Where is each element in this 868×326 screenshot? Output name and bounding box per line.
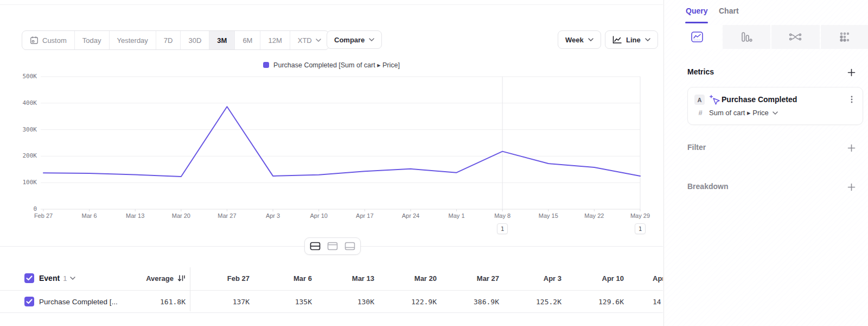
cell-value: 130K <box>312 291 374 312</box>
x-tick-label: Mar 20 <box>172 212 190 219</box>
chevron-down-icon <box>369 38 374 41</box>
range-label: 6M <box>242 36 252 45</box>
chart-type-button[interactable]: Line <box>605 30 658 49</box>
range-yesterday[interactable]: Yesterday <box>110 31 156 49</box>
cell-value: 129.6K <box>561 291 624 312</box>
retention-icon <box>839 31 851 43</box>
tab-chart[interactable]: Chart <box>719 7 739 15</box>
y-tick-label: 0 <box>0 205 37 213</box>
plus-icon <box>847 68 856 77</box>
plus-icon <box>847 183 856 191</box>
range-12m[interactable]: 12M <box>260 31 290 49</box>
x-tick-label: May 29 <box>630 212 650 219</box>
annotation-badge[interactable]: 1 <box>635 223 646 234</box>
range-3m[interactable]: 3M <box>209 31 235 49</box>
range-30d[interactable]: 30D <box>181 31 209 49</box>
x-tick-label: Apr 17 <box>356 212 373 219</box>
y-tick-label: 400K <box>0 99 37 107</box>
column-header: Mar 27 <box>437 266 499 290</box>
more-options-icon[interactable] <box>848 95 856 104</box>
insights-view-tile[interactable] <box>673 25 722 49</box>
sort-descending-icon <box>177 274 186 282</box>
split-view-icon <box>310 242 321 250</box>
flows-view-tile[interactable] <box>771 25 820 49</box>
chevron-down-icon <box>773 111 778 115</box>
x-tick-label: Mar 6 <box>82 212 97 219</box>
y-tick-label: 300K <box>0 126 37 134</box>
compare-label: Compare <box>334 36 365 44</box>
x-tick-label: Apr 24 <box>402 212 419 219</box>
y-tick-label: 200K <box>0 152 37 160</box>
event-icon <box>709 95 720 105</box>
insights-report-page: Custom Today Yesterday 7D 30D 3M 6M 12M … <box>0 0 868 326</box>
range-today[interactable]: Today <box>75 31 110 49</box>
column-header: Mar 20 <box>374 266 437 290</box>
cell-value: 122.9K <box>374 291 437 312</box>
chevron-down-icon <box>588 38 593 41</box>
select-all-checkbox[interactable] <box>24 273 34 283</box>
legend-label: Purchase Completed [Sum of cart ▸ Price] <box>273 61 400 69</box>
series-line <box>43 106 640 177</box>
range-label: 30D <box>188 36 201 45</box>
interval-button[interactable]: Week <box>558 30 601 49</box>
event-header-label: Event <box>39 274 60 283</box>
range-label: 3M <box>217 36 227 45</box>
date-range-control: Custom Today Yesterday 7D 30D 3M 6M 12M … <box>22 30 329 50</box>
table-row: Purchase Completed [... 161.8K 137K135K1… <box>0 291 663 313</box>
retention-view-tile[interactable] <box>821 25 868 49</box>
date-column-headers: Feb 27Mar 6Mar 13Mar 20Mar 27Apr 3Apr 10 <box>190 266 624 290</box>
check-icon <box>26 275 33 281</box>
range-label: Today <box>82 36 101 45</box>
flows-icon <box>789 32 802 42</box>
table-header-row: Event 1 Average Feb 27Mar 6Mar 13Mar 20M… <box>0 266 663 291</box>
layout-table-only-button[interactable] <box>342 239 358 253</box>
event-count: 1 <box>63 274 67 283</box>
line-chart-icon <box>612 36 622 43</box>
range-6m[interactable]: 6M <box>235 31 260 49</box>
active-tab-underline <box>685 22 708 23</box>
calendar-icon <box>30 36 39 45</box>
date-column-values: 137K135K130K122.9K386.9K125.2K129.6K <box>190 291 624 312</box>
clipped-column-header: Apr <box>653 266 663 290</box>
average-label: Average <box>146 274 174 283</box>
aggregation-dropdown[interactable]: Sum of cart ▸ Price <box>709 109 778 117</box>
range-custom[interactable]: Custom <box>22 31 75 49</box>
column-header: Mar 13 <box>312 266 374 290</box>
chart-type-label: Line <box>626 36 641 44</box>
line-chart <box>0 71 663 215</box>
range-label: XTD <box>298 36 312 45</box>
insights-icon <box>691 31 704 43</box>
range-label: 7D <box>164 36 173 45</box>
metric-card[interactable]: A Purchase Completed # Sum of cart ▸ Pri… <box>687 87 863 125</box>
event-header-dropdown[interactable]: Event 1 <box>39 266 75 290</box>
annotation-badge[interactable]: 1 <box>497 223 508 234</box>
y-tick-label: 100K <box>0 179 37 186</box>
range-7d[interactable]: 7D <box>156 31 181 49</box>
query-panel: Query Chart <box>663 0 868 326</box>
average-column-header[interactable]: Average <box>98 266 186 290</box>
column-header: Apr 10 <box>561 266 624 290</box>
x-tick-label: May 1 <box>449 212 465 219</box>
add-breakdown-button[interactable] <box>847 183 856 191</box>
x-tick-label: May 15 <box>539 212 558 219</box>
row-checkbox[interactable] <box>24 297 34 306</box>
layout-split-button[interactable] <box>307 239 323 253</box>
top-divider <box>0 4 663 5</box>
tab-query[interactable]: Query <box>686 7 707 15</box>
metric-series-badge: A <box>694 95 705 105</box>
plus-icon <box>847 144 856 152</box>
chevron-down-icon <box>645 38 650 41</box>
chart-legend: Purchase Completed [Sum of cart ▸ Price] <box>0 61 663 69</box>
range-xtd[interactable]: XTD <box>290 31 329 49</box>
chart-only-icon <box>327 242 338 250</box>
aggregation-label: Sum of cart ▸ Price <box>709 109 769 117</box>
report-main-area: Custom Today Yesterday 7D 30D 3M 6M 12M … <box>0 0 663 326</box>
filter-section-title: Filter <box>687 143 706 152</box>
layout-chart-only-button[interactable] <box>324 239 341 253</box>
x-tick-label: May 8 <box>494 212 510 219</box>
add-filter-button[interactable] <box>847 143 856 152</box>
add-metric-button[interactable] <box>847 68 856 77</box>
funnels-view-tile[interactable] <box>723 25 771 49</box>
compare-button[interactable]: Compare <box>327 30 382 49</box>
interval-label: Week <box>565 36 584 44</box>
